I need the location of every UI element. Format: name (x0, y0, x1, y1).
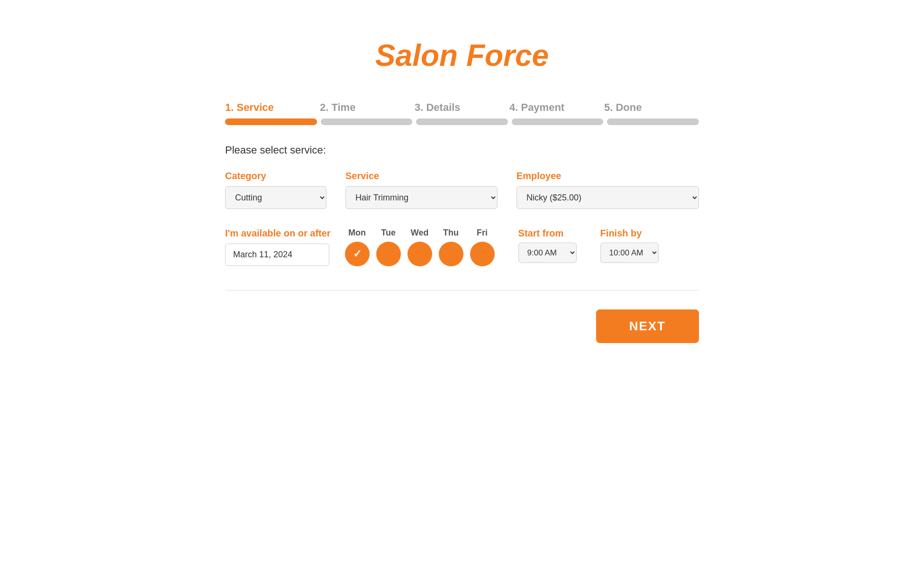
service-label: Service (345, 171, 498, 181)
step-2-label: 2. Time (320, 101, 415, 114)
app-title: Salon Force (225, 38, 699, 73)
step-4-label: 4. Payment (509, 101, 604, 114)
step-3-bar (416, 118, 508, 125)
availability-section: I'm available on or after Mon Tue Wed Th… (225, 228, 699, 266)
avail-date-col: I'm available on or after (225, 228, 331, 266)
step-2-bar (321, 118, 413, 125)
employee-label: Employee (516, 171, 699, 181)
step-1-label: 1. Service (225, 101, 320, 114)
start-from-group: Start from 9:00 AM 9:30 AM 10:00 AM 10:3… (518, 228, 577, 263)
service-select[interactable]: Hair Trimming Hair Cut Beard Trim (345, 186, 498, 209)
day-mon-label: Mon (345, 228, 370, 238)
category-label: Category (225, 171, 326, 181)
day-thu-label: Thu (439, 228, 463, 238)
start-from-select[interactable]: 9:00 AM 9:30 AM 10:00 AM 10:30 AM 11:00 … (518, 243, 577, 263)
service-group: Service Hair Trimming Hair Cut Beard Tri… (345, 171, 498, 209)
employee-group: Employee Nicky ($25.00) John ($30.00) Sa… (516, 171, 699, 209)
employee-select[interactable]: Nicky ($25.00) John ($30.00) Sara ($28.0… (516, 186, 699, 209)
finish-by-select[interactable]: 10:00 AM 10:30 AM 11:00 AM 11:30 AM (600, 243, 659, 263)
progress-steps: 1. Service 2. Time 3. Details 4. Payment… (225, 101, 699, 125)
time-cols: Start from 9:00 AM 9:30 AM 10:00 AM 10:3… (509, 228, 659, 263)
days-names-row: Mon Tue Wed Thu Fri (345, 228, 495, 238)
day-tue-circle[interactable] (376, 242, 401, 266)
day-tue-label: Tue (376, 228, 401, 238)
day-wed-label: Wed (408, 228, 432, 238)
dropdowns-row: Category Cutting Coloring Styling Servic… (225, 171, 699, 209)
divider (225, 290, 699, 290)
finish-by-label: Finish by (600, 228, 659, 239)
date-input[interactable] (225, 244, 329, 266)
step-4-bar (512, 118, 604, 125)
days-col: Mon Tue Wed Thu Fri ✓ (345, 228, 495, 266)
day-thu-circle[interactable] (439, 242, 463, 266)
day-wed-circle[interactable] (408, 242, 432, 266)
next-button[interactable]: NEXT (596, 309, 699, 343)
next-row: NEXT (225, 309, 699, 343)
step-5-label: 5. Done (604, 101, 699, 114)
day-fri-label: Fri (470, 228, 495, 238)
day-fri-circle[interactable] (470, 242, 495, 266)
finish-by-group: Finish by 10:00 AM 10:30 AM 11:00 AM 11:… (600, 228, 659, 263)
section-prompt: Please select service: (225, 144, 699, 156)
category-group: Category Cutting Coloring Styling (225, 171, 326, 209)
start-from-label: Start from (518, 228, 577, 239)
step-3-label: 3. Details (415, 101, 509, 114)
step-5-bar (607, 118, 699, 125)
availability-label: I'm available on or after (225, 228, 331, 239)
step-1-bar (225, 118, 317, 125)
day-mon-check: ✓ (353, 248, 362, 260)
day-mon-circle[interactable]: ✓ (345, 242, 370, 266)
category-select[interactable]: Cutting Coloring Styling (225, 186, 326, 209)
days-circles-row: ✓ (345, 242, 495, 266)
